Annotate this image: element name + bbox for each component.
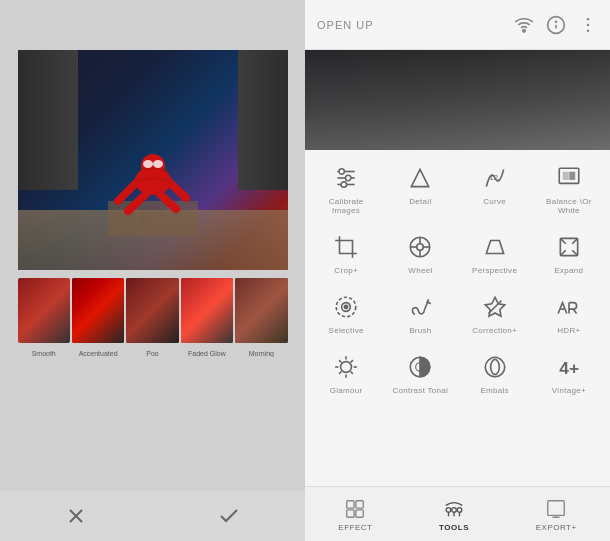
cancel-button[interactable] — [56, 496, 96, 536]
svg-rect-30 — [563, 173, 567, 180]
confirm-button[interactable] — [209, 496, 249, 536]
svg-point-24 — [339, 169, 344, 174]
thumbnail-3[interactable] — [126, 278, 178, 343]
filter-label-3: Poo — [126, 350, 178, 357]
crop-icon — [330, 231, 362, 263]
nav-export[interactable]: EXPORT+ — [528, 493, 585, 536]
right-header: OPEN UP — [305, 0, 610, 50]
tool-perspective-label: Perspective — [472, 266, 517, 275]
svg-rect-29 — [559, 168, 579, 183]
thumbnail-4[interactable] — [181, 278, 233, 343]
svg-point-7 — [153, 160, 163, 168]
svg-line-9 — [168, 181, 186, 198]
sliders-icon — [330, 162, 362, 194]
hdr-icon — [553, 291, 585, 323]
tool-curve-label: Curve — [483, 197, 506, 206]
contrast-tonal-icon — [404, 351, 436, 383]
thumbnail-2[interactable] — [72, 278, 124, 343]
expand-icon — [553, 231, 585, 263]
tools-row-1: Calibrate Images Detail 12. Curve — [309, 158, 606, 219]
bottom-bar — [0, 491, 305, 541]
tool-wheel[interactable]: Wheel — [386, 227, 454, 279]
thumbnail-1[interactable] — [18, 278, 70, 343]
svg-point-20 — [587, 29, 590, 32]
svg-point-52 — [452, 507, 457, 512]
tool-brush[interactable]: Brush — [386, 287, 454, 339]
nav-effect-label: EFFECT — [338, 523, 372, 532]
balance-icon — [553, 162, 585, 194]
svg-point-43 — [341, 362, 352, 373]
svg-point-18 — [587, 17, 590, 20]
correction-icon — [479, 291, 511, 323]
tool-embals-label: Embals — [480, 386, 508, 395]
tool-embals[interactable]: Embals — [461, 347, 529, 399]
left-panel: Smooth Accentuated Poo Faded Glow Mornin… — [0, 0, 305, 541]
nav-effect[interactable]: EFFECT — [330, 493, 380, 536]
selective-icon — [330, 291, 362, 323]
nav-tools[interactable]: TOOLS — [431, 493, 477, 536]
perspective-icon — [479, 231, 511, 263]
tool-contrast-tonal[interactable]: Contrast Tonal — [386, 347, 454, 399]
tools-row-2: Crop+ Wheel — [309, 227, 606, 279]
tool-detail-label: Detail — [409, 197, 431, 206]
svg-point-53 — [457, 507, 462, 512]
svg-point-25 — [346, 175, 351, 180]
tool-perspective[interactable]: Perspective — [461, 227, 529, 279]
wheel-icon — [404, 231, 436, 263]
tool-balance[interactable]: Balance \Or White — [535, 158, 603, 219]
tool-glamour[interactable]: Glamour — [312, 347, 380, 399]
tool-curve[interactable]: 12. Curve — [461, 158, 529, 219]
svg-text:12.: 12. — [489, 173, 500, 182]
svg-rect-57 — [548, 500, 565, 515]
thumbnail-5[interactable] — [235, 278, 287, 343]
tool-correction[interactable]: Correction+ — [461, 287, 529, 339]
svg-text:4+: 4+ — [559, 358, 579, 378]
svg-rect-50 — [356, 509, 363, 516]
filter-label-1: Smooth — [18, 350, 70, 357]
info-icon[interactable] — [546, 15, 566, 35]
tool-crop[interactable]: Crop+ — [312, 227, 380, 279]
tool-expand[interactable]: Expand — [535, 227, 603, 279]
main-image — [18, 50, 288, 270]
right-panel: OPEN UP — [305, 0, 610, 541]
tool-hdr[interactable]: HDR+ — [535, 287, 603, 339]
svg-point-26 — [341, 182, 346, 187]
tools-nav-icon — [442, 497, 466, 521]
svg-point-41 — [345, 305, 348, 308]
svg-point-19 — [587, 23, 590, 26]
tool-balance-label: Balance \Or White — [537, 197, 601, 215]
header-icons — [514, 15, 598, 35]
brush-icon — [404, 291, 436, 323]
more-options-icon[interactable] — [578, 15, 598, 35]
thumbnail-strip — [18, 278, 288, 348]
tool-glamour-label: Glamour — [330, 386, 363, 395]
tool-detail[interactable]: Detail — [386, 158, 454, 219]
tool-selective-label: Selective — [329, 326, 364, 335]
vintage-icon: 4+ — [553, 351, 585, 383]
tool-crop-label: Crop+ — [334, 266, 358, 275]
svg-rect-49 — [347, 509, 354, 516]
nav-tools-label: TOOLS — [439, 523, 469, 532]
svg-point-6 — [143, 160, 153, 168]
svg-point-14 — [523, 29, 526, 32]
tools-grid: Calibrate Images Detail 12. Curve — [305, 150, 610, 486]
svg-rect-48 — [356, 500, 363, 507]
svg-rect-0 — [108, 201, 198, 236]
tool-calibrate[interactable]: Calibrate Images — [312, 158, 380, 219]
tool-vintage[interactable]: 4+ Vintage+ — [535, 347, 603, 399]
glamour-icon — [330, 351, 362, 383]
svg-marker-27 — [412, 169, 429, 186]
triangle-icon — [404, 162, 436, 194]
svg-rect-47 — [347, 500, 354, 507]
spiderman-figure — [108, 126, 198, 240]
nav-export-label: EXPORT+ — [536, 523, 577, 532]
filter-label-4: Faded Glow — [181, 350, 233, 357]
right-image-preview — [305, 50, 610, 150]
filter-label-2: Accentuated — [72, 350, 124, 357]
tool-selective[interactable]: Selective — [312, 287, 380, 339]
tools-row-3: Selective Brush — [309, 287, 606, 339]
svg-point-51 — [446, 507, 451, 512]
export-nav-icon — [544, 497, 568, 521]
signal-icon[interactable] — [514, 15, 534, 35]
tool-vintage-label: Vintage+ — [552, 386, 586, 395]
